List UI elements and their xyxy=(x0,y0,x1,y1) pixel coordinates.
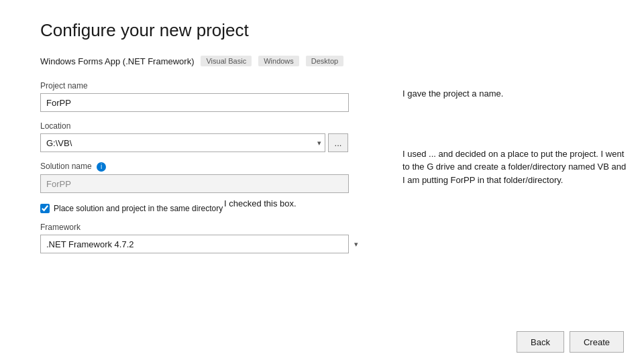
create-button[interactable]: Create xyxy=(570,331,624,353)
annotation-panel: I gave the project a name. I used ... an… xyxy=(389,0,644,362)
tag-windows: Windows xyxy=(258,56,299,66)
form-section: Project name Location G:\VB\ ... xyxy=(40,81,362,253)
location-select-wrapper: G:\VB\ xyxy=(40,133,325,152)
back-button[interactable]: Back xyxy=(517,331,564,353)
page-container: Configure your new project Windows Forms… xyxy=(0,0,644,362)
project-type-bar: Windows Forms App (.NET Framework) Visua… xyxy=(40,56,362,66)
annotation-3-text: I checked this box. xyxy=(224,198,297,208)
project-name-label: Project name xyxy=(40,81,362,90)
solution-name-info-icon[interactable]: i xyxy=(97,162,106,172)
solution-name-group: Solution name i xyxy=(40,162,362,193)
project-type-name: Windows Forms App (.NET Framework) xyxy=(40,56,194,66)
framework-group: Framework .NET Framework 4.7.2 xyxy=(40,223,362,253)
annotation-3: I checked this box. xyxy=(224,198,297,208)
main-panel: Configure your new project Windows Forms… xyxy=(0,0,389,362)
solution-name-label: Solution name i xyxy=(40,162,362,172)
page-title: Configure your new project xyxy=(40,20,362,41)
annotation-1-text: I gave the project a name. xyxy=(402,87,631,101)
location-select[interactable]: G:\VB\ xyxy=(40,133,325,152)
location-group: Location G:\VB\ ... xyxy=(40,121,362,152)
framework-select[interactable]: .NET Framework 4.7.2 xyxy=(40,235,349,253)
browse-button[interactable]: ... xyxy=(328,133,348,152)
framework-select-wrapper: .NET Framework 4.7.2 xyxy=(40,235,362,253)
project-name-group: Project name xyxy=(40,81,362,112)
tag-visual-basic: Visual Basic xyxy=(201,56,252,66)
checkbox-row: Place solution and project in the same d… xyxy=(40,204,362,213)
bottom-bar: Back Create xyxy=(0,322,644,362)
same-directory-checkbox[interactable] xyxy=(40,204,50,213)
same-directory-label[interactable]: Place solution and project in the same d… xyxy=(54,204,223,213)
location-label: Location xyxy=(40,121,362,131)
project-name-input[interactable] xyxy=(40,93,349,112)
location-row: G:\VB\ ... xyxy=(40,133,362,152)
solution-name-input[interactable] xyxy=(40,174,349,193)
annotation-1: I gave the project a name. xyxy=(402,87,631,101)
framework-label: Framework xyxy=(40,223,362,232)
annotation-2-text: I used ... and decided on a place to put… xyxy=(402,147,631,187)
tag-desktop: Desktop xyxy=(306,56,343,66)
annotation-2: I used ... and decided on a place to put… xyxy=(402,147,631,187)
